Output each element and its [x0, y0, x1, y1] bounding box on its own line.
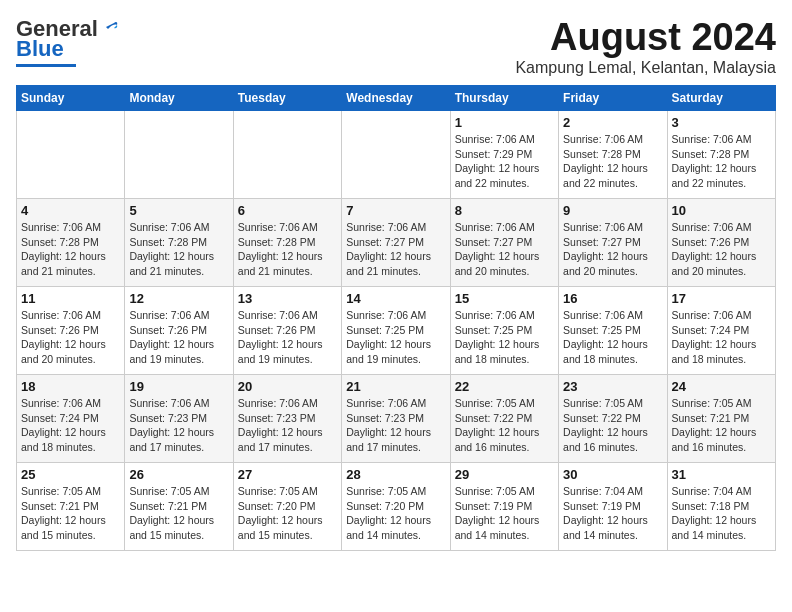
weekday-header-sunday: Sunday	[17, 86, 125, 111]
day-detail: Sunrise: 7:05 AM Sunset: 7:20 PM Dayligh…	[346, 484, 445, 543]
day-number: 18	[21, 379, 120, 394]
day-number: 6	[238, 203, 337, 218]
calendar-cell: 17Sunrise: 7:06 AM Sunset: 7:24 PM Dayli…	[667, 287, 775, 375]
calendar-cell	[342, 111, 450, 199]
day-detail: Sunrise: 7:06 AM Sunset: 7:26 PM Dayligh…	[129, 308, 228, 367]
day-number: 16	[563, 291, 662, 306]
day-number: 15	[455, 291, 554, 306]
day-number: 26	[129, 467, 228, 482]
day-number: 17	[672, 291, 771, 306]
logo: General Blue	[16, 16, 120, 67]
day-detail: Sunrise: 7:05 AM Sunset: 7:21 PM Dayligh…	[21, 484, 120, 543]
calendar-cell: 24Sunrise: 7:05 AM Sunset: 7:21 PM Dayli…	[667, 375, 775, 463]
day-number: 22	[455, 379, 554, 394]
calendar-table: SundayMondayTuesdayWednesdayThursdayFrid…	[16, 85, 776, 551]
calendar-cell: 25Sunrise: 7:05 AM Sunset: 7:21 PM Dayli…	[17, 463, 125, 551]
day-number: 23	[563, 379, 662, 394]
day-detail: Sunrise: 7:06 AM Sunset: 7:23 PM Dayligh…	[238, 396, 337, 455]
day-detail: Sunrise: 7:05 AM Sunset: 7:21 PM Dayligh…	[672, 396, 771, 455]
day-number: 30	[563, 467, 662, 482]
day-detail: Sunrise: 7:06 AM Sunset: 7:25 PM Dayligh…	[455, 308, 554, 367]
day-number: 20	[238, 379, 337, 394]
day-detail: Sunrise: 7:04 AM Sunset: 7:18 PM Dayligh…	[672, 484, 771, 543]
calendar-cell: 20Sunrise: 7:06 AM Sunset: 7:23 PM Dayli…	[233, 375, 341, 463]
day-number: 3	[672, 115, 771, 130]
calendar-cell: 2Sunrise: 7:06 AM Sunset: 7:28 PM Daylig…	[559, 111, 667, 199]
calendar-cell: 1Sunrise: 7:06 AM Sunset: 7:29 PM Daylig…	[450, 111, 558, 199]
day-number: 5	[129, 203, 228, 218]
logo-underline	[16, 64, 76, 67]
day-detail: Sunrise: 7:05 AM Sunset: 7:21 PM Dayligh…	[129, 484, 228, 543]
calendar-week-row: 25Sunrise: 7:05 AM Sunset: 7:21 PM Dayli…	[17, 463, 776, 551]
calendar-cell: 11Sunrise: 7:06 AM Sunset: 7:26 PM Dayli…	[17, 287, 125, 375]
calendar-cell: 16Sunrise: 7:06 AM Sunset: 7:25 PM Dayli…	[559, 287, 667, 375]
day-number: 14	[346, 291, 445, 306]
calendar-cell: 7Sunrise: 7:06 AM Sunset: 7:27 PM Daylig…	[342, 199, 450, 287]
day-number: 7	[346, 203, 445, 218]
day-detail: Sunrise: 7:06 AM Sunset: 7:26 PM Dayligh…	[21, 308, 120, 367]
day-number: 21	[346, 379, 445, 394]
calendar-week-row: 1Sunrise: 7:06 AM Sunset: 7:29 PM Daylig…	[17, 111, 776, 199]
calendar-cell: 18Sunrise: 7:06 AM Sunset: 7:24 PM Dayli…	[17, 375, 125, 463]
day-number: 29	[455, 467, 554, 482]
logo-blue: Blue	[16, 36, 64, 62]
calendar-cell: 3Sunrise: 7:06 AM Sunset: 7:28 PM Daylig…	[667, 111, 775, 199]
calendar-cell: 9Sunrise: 7:06 AM Sunset: 7:27 PM Daylig…	[559, 199, 667, 287]
day-detail: Sunrise: 7:06 AM Sunset: 7:27 PM Dayligh…	[563, 220, 662, 279]
day-detail: Sunrise: 7:05 AM Sunset: 7:19 PM Dayligh…	[455, 484, 554, 543]
calendar-cell: 12Sunrise: 7:06 AM Sunset: 7:26 PM Dayli…	[125, 287, 233, 375]
calendar-cell: 10Sunrise: 7:06 AM Sunset: 7:26 PM Dayli…	[667, 199, 775, 287]
day-number: 4	[21, 203, 120, 218]
title-area: August 2024 Kampung Lemal, Kelantan, Mal…	[515, 16, 776, 77]
day-number: 25	[21, 467, 120, 482]
page-header: General Blue August 2024 Kampung Lemal, …	[16, 16, 776, 77]
calendar-cell	[125, 111, 233, 199]
day-detail: Sunrise: 7:06 AM Sunset: 7:24 PM Dayligh…	[672, 308, 771, 367]
weekday-header-thursday: Thursday	[450, 86, 558, 111]
calendar-cell: 31Sunrise: 7:04 AM Sunset: 7:18 PM Dayli…	[667, 463, 775, 551]
calendar-cell: 6Sunrise: 7:06 AM Sunset: 7:28 PM Daylig…	[233, 199, 341, 287]
day-number: 19	[129, 379, 228, 394]
calendar-cell: 19Sunrise: 7:06 AM Sunset: 7:23 PM Dayli…	[125, 375, 233, 463]
day-number: 13	[238, 291, 337, 306]
calendar-cell: 5Sunrise: 7:06 AM Sunset: 7:28 PM Daylig…	[125, 199, 233, 287]
location-subtitle: Kampung Lemal, Kelantan, Malaysia	[515, 59, 776, 77]
calendar-cell: 29Sunrise: 7:05 AM Sunset: 7:19 PM Dayli…	[450, 463, 558, 551]
day-detail: Sunrise: 7:06 AM Sunset: 7:28 PM Dayligh…	[238, 220, 337, 279]
calendar-week-row: 11Sunrise: 7:06 AM Sunset: 7:26 PM Dayli…	[17, 287, 776, 375]
day-number: 1	[455, 115, 554, 130]
day-detail: Sunrise: 7:06 AM Sunset: 7:27 PM Dayligh…	[346, 220, 445, 279]
day-detail: Sunrise: 7:05 AM Sunset: 7:22 PM Dayligh…	[563, 396, 662, 455]
day-detail: Sunrise: 7:06 AM Sunset: 7:26 PM Dayligh…	[238, 308, 337, 367]
day-number: 24	[672, 379, 771, 394]
day-detail: Sunrise: 7:06 AM Sunset: 7:28 PM Dayligh…	[21, 220, 120, 279]
day-number: 27	[238, 467, 337, 482]
day-number: 8	[455, 203, 554, 218]
calendar-cell: 8Sunrise: 7:06 AM Sunset: 7:27 PM Daylig…	[450, 199, 558, 287]
calendar-cell	[17, 111, 125, 199]
weekday-header-wednesday: Wednesday	[342, 86, 450, 111]
calendar-cell: 28Sunrise: 7:05 AM Sunset: 7:20 PM Dayli…	[342, 463, 450, 551]
calendar-cell: 26Sunrise: 7:05 AM Sunset: 7:21 PM Dayli…	[125, 463, 233, 551]
day-detail: Sunrise: 7:04 AM Sunset: 7:19 PM Dayligh…	[563, 484, 662, 543]
day-detail: Sunrise: 7:06 AM Sunset: 7:28 PM Dayligh…	[672, 132, 771, 191]
day-number: 12	[129, 291, 228, 306]
day-detail: Sunrise: 7:06 AM Sunset: 7:23 PM Dayligh…	[346, 396, 445, 455]
calendar-week-row: 18Sunrise: 7:06 AM Sunset: 7:24 PM Dayli…	[17, 375, 776, 463]
calendar-cell: 23Sunrise: 7:05 AM Sunset: 7:22 PM Dayli…	[559, 375, 667, 463]
day-detail: Sunrise: 7:05 AM Sunset: 7:22 PM Dayligh…	[455, 396, 554, 455]
day-detail: Sunrise: 7:06 AM Sunset: 7:28 PM Dayligh…	[129, 220, 228, 279]
logo-bird-icon	[100, 19, 120, 39]
month-year-title: August 2024	[515, 16, 776, 59]
day-number: 10	[672, 203, 771, 218]
day-detail: Sunrise: 7:06 AM Sunset: 7:29 PM Dayligh…	[455, 132, 554, 191]
day-detail: Sunrise: 7:06 AM Sunset: 7:24 PM Dayligh…	[21, 396, 120, 455]
day-detail: Sunrise: 7:06 AM Sunset: 7:23 PM Dayligh…	[129, 396, 228, 455]
calendar-cell: 13Sunrise: 7:06 AM Sunset: 7:26 PM Dayli…	[233, 287, 341, 375]
weekday-header-row: SundayMondayTuesdayWednesdayThursdayFrid…	[17, 86, 776, 111]
day-detail: Sunrise: 7:06 AM Sunset: 7:25 PM Dayligh…	[563, 308, 662, 367]
day-number: 31	[672, 467, 771, 482]
calendar-cell: 27Sunrise: 7:05 AM Sunset: 7:20 PM Dayli…	[233, 463, 341, 551]
day-detail: Sunrise: 7:05 AM Sunset: 7:20 PM Dayligh…	[238, 484, 337, 543]
day-number: 2	[563, 115, 662, 130]
